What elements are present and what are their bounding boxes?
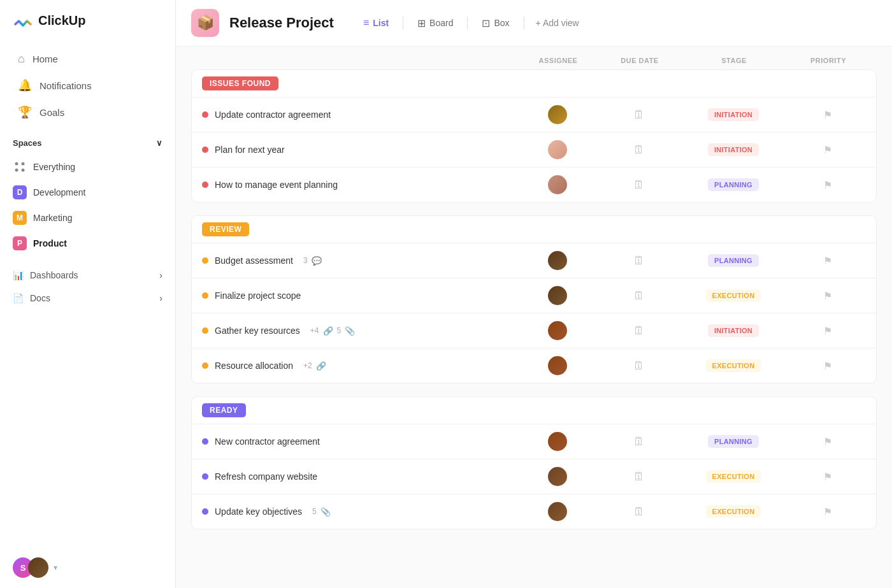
due-date-cell: 🗓 [601, 470, 677, 484]
extra-count: +2 [303, 361, 312, 370]
tab-box[interactable]: ⊡ Box [473, 13, 518, 33]
bell-icon: 🔔 [18, 78, 32, 92]
sidebar-item-notifications[interactable]: 🔔 Notifications [5, 72, 170, 99]
task-dot [202, 182, 208, 188]
stage-cell: INITIATION [682, 143, 784, 156]
view-tabs: ≡ List ⊞ Board ⊡ Box + Add view [354, 13, 586, 33]
chevron-right-icon-docs: › [159, 293, 162, 303]
stage-badge: PLANNING [708, 435, 759, 448]
stage-cell: PLANNING [682, 435, 784, 448]
stage-badge: EXECUTION [706, 505, 761, 518]
attachment-icon: 📎 [345, 326, 355, 336]
flag-cell: ⚑ [789, 109, 866, 121]
task-name: Finalize project scope [215, 290, 301, 301]
task-row[interactable]: Resource allocation +2 🔗 🗓 EXECUTION ⚑ [192, 348, 876, 383]
sidebar-item-home[interactable]: ⌂ Home [5, 46, 170, 72]
development-label: Development [33, 187, 86, 197]
logo-text: ClickUp [38, 13, 85, 28]
tab-board[interactable]: ⊞ Board [408, 13, 462, 33]
task-dot [202, 508, 208, 515]
svg-point-1 [22, 162, 25, 166]
assignee-cell [519, 175, 596, 194]
due-date-cell: 🗓 [601, 505, 677, 519]
task-row[interactable]: Plan for next year 🗓 INITIATION ⚑ [192, 132, 876, 167]
assignee-cell [519, 286, 596, 305]
svg-point-0 [15, 162, 18, 166]
spaces-header[interactable]: Spaces ∨ [0, 131, 175, 152]
task-name: Gather key resources [215, 326, 300, 336]
marketing-label: Marketing [33, 213, 72, 223]
stage-cell: INITIATION [682, 324, 784, 337]
add-view-button[interactable]: + Add view [529, 14, 586, 32]
stage-badge: INITIATION [708, 324, 759, 337]
task-row[interactable]: New contractor agreement 🗓 PLANNING ⚑ [192, 424, 876, 459]
avatar-user2 [28, 557, 48, 578]
assignee-cell [519, 356, 596, 375]
avatar [548, 251, 567, 270]
task-dot [202, 257, 208, 264]
home-icon: ⌂ [18, 52, 25, 66]
link-icon: 🔗 [323, 326, 333, 336]
marketing-badge: M [13, 211, 27, 225]
task-name: Resource allocation [215, 361, 293, 371]
chevron-right-icon: › [159, 270, 162, 280]
product-badge: P [13, 236, 27, 250]
list-tab-label: List [373, 18, 389, 28]
flag-icon: ⚑ [823, 179, 832, 191]
calendar-icon: 🗓 [633, 178, 645, 192]
calendar-icon: 🗓 [633, 324, 645, 338]
attachment-count: 5 [312, 507, 317, 516]
calendar-icon: 🗓 [633, 505, 645, 519]
assignee-cell [519, 140, 596, 159]
task-row[interactable]: Budget assessment 3 💬 🗓 PLANNING ⚑ [192, 243, 876, 278]
sidebar-sections: 📊 Dashboards › 📄 Docs › [0, 264, 175, 310]
task-row[interactable]: Gather key resources +4 🔗 5 📎 🗓 INITIATI… [192, 313, 876, 348]
attachment-count: 5 [337, 326, 342, 335]
calendar-icon: 🗓 [633, 108, 645, 122]
task-row[interactable]: Refresh company website 🗓 EXECUTION ⚑ [192, 459, 876, 494]
grid-icon [13, 160, 27, 174]
sidebar-item-goals[interactable]: 🏆 Goals [5, 99, 170, 125]
flag-icon: ⚑ [823, 471, 832, 483]
sidebar-item-everything[interactable]: Everything [0, 154, 175, 180]
sidebar-item-product[interactable]: P Product [0, 231, 175, 256]
project-icon: 📦 [191, 9, 219, 37]
sidebar-item-development[interactable]: D Development [0, 180, 175, 205]
task-row[interactable]: How to manage event planning 🗓 PLANNING … [192, 167, 876, 202]
development-badge: D [13, 185, 27, 199]
flag-icon: ⚑ [823, 109, 832, 121]
group-header-ready: READY [192, 397, 876, 424]
stage-badge: INITIATION [708, 108, 759, 121]
task-meta: 5 📎 [312, 507, 331, 517]
tab-list[interactable]: ≡ List [354, 13, 398, 32]
logo-area: ClickUp [0, 0, 175, 41]
chevron-down-icon: ∨ [156, 138, 162, 148]
stage-cell: INITIATION [682, 108, 784, 121]
sidebar-item-marketing[interactable]: M Marketing [0, 205, 175, 231]
task-row[interactable]: Update contractor agreement 🗓 INITIATION… [192, 97, 876, 132]
task-row[interactable]: Finalize project scope 🗓 EXECUTION ⚑ [192, 278, 876, 313]
task-name: Refresh company website [215, 471, 317, 482]
group-issues-found: ISSUES FOUND Update contractor agreement… [191, 69, 877, 203]
calendar-icon: 🗓 [633, 359, 645, 373]
task-name: How to manage event planning [215, 180, 338, 190]
task-meta: 3 💬 [303, 256, 322, 266]
col-header-assignee: ASSIGNEE [520, 57, 596, 64]
flag-icon: ⚑ [823, 144, 832, 156]
task-dot [202, 292, 208, 299]
link-icon: 🔗 [316, 361, 326, 371]
group-review: REVIEW Budget assessment 3 💬 🗓 PLANNING … [191, 215, 877, 384]
flag-cell: ⚑ [789, 179, 866, 191]
task-row[interactable]: Update key objectives 5 📎 🗓 EXECUTION ⚑ [192, 494, 876, 529]
spaces-list: Everything D Development M Marketing P P… [0, 152, 175, 259]
user-avatars[interactable]: S [13, 557, 48, 578]
sidebar-item-docs[interactable]: 📄 Docs › [0, 287, 175, 310]
sidebar-item-dashboards[interactable]: 📊 Dashboards › [0, 264, 175, 287]
flag-icon: ⚑ [823, 255, 832, 267]
flag-cell: ⚑ [789, 290, 866, 302]
extra-count: +4 [310, 326, 319, 335]
attachment-icon: 📎 [320, 507, 331, 517]
tab-divider-1 [403, 17, 403, 29]
due-date-cell: 🗓 [601, 254, 677, 268]
avatar [548, 356, 567, 375]
